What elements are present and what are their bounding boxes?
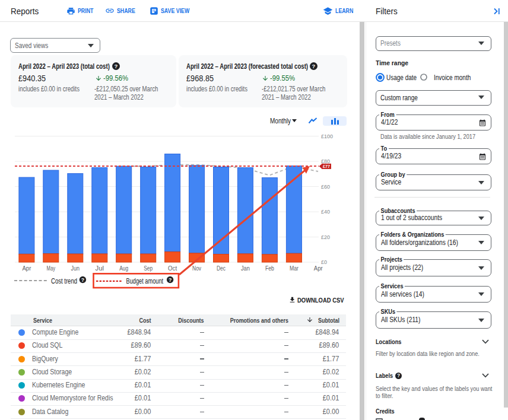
svg-text:£20: £20 [321, 234, 330, 240]
svg-text:Jun: Jun [71, 265, 80, 272]
svg-text:Aug: Aug [119, 265, 128, 272]
svg-text:Budget amount: Budget amount [126, 277, 164, 285]
svg-text:?: ? [81, 277, 84, 283]
svg-text:Feb: Feb [265, 265, 274, 272]
svg-text:£100: £100 [321, 133, 334, 139]
svg-text:£77: £77 [323, 164, 330, 169]
svg-text:Jul: Jul [96, 265, 104, 272]
svg-text:Apr: Apr [22, 265, 31, 272]
svg-text:£60: £60 [321, 183, 330, 190]
svg-text:Apr: Apr [314, 265, 323, 272]
svg-text:May: May [47, 265, 56, 272]
svg-text:?: ? [169, 277, 172, 283]
svg-text:Sep: Sep [144, 265, 153, 272]
svg-text:Oct: Oct [168, 265, 177, 272]
svg-text:Dec: Dec [217, 265, 226, 272]
svg-text:Nov: Nov [192, 265, 202, 272]
svg-text:Jan: Jan [241, 265, 250, 272]
svg-text:Mar: Mar [290, 265, 299, 272]
svg-text:Cost trend: Cost trend [51, 277, 77, 285]
svg-text:£40: £40 [321, 208, 330, 215]
